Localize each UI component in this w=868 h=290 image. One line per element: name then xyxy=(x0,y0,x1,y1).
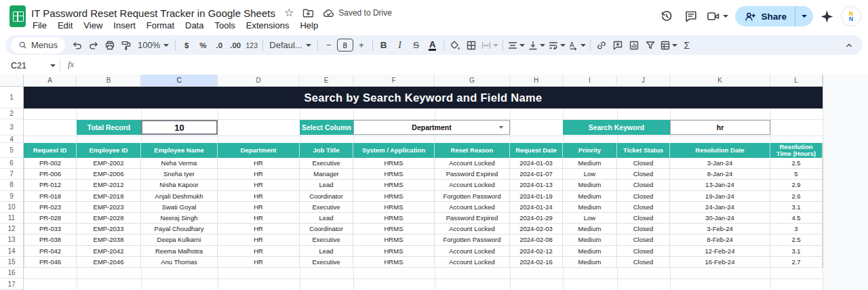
table-cell[interactable]: EMP-2042 xyxy=(77,246,141,257)
table-cell[interactable]: HR xyxy=(218,158,300,169)
column-header-G[interactable]: G xyxy=(435,75,510,87)
table-cell[interactable]: Executive xyxy=(300,257,353,268)
search-keyword-label-cell[interactable]: Search Keyword xyxy=(563,120,670,135)
comment-history-icon[interactable] xyxy=(682,7,700,25)
format-percent-button[interactable]: % xyxy=(195,37,211,54)
fill-color-button[interactable] xyxy=(447,37,463,54)
version-history-icon[interactable] xyxy=(658,7,675,25)
table-header-reset-reason[interactable]: Reset Reason xyxy=(435,143,510,158)
table-cell[interactable]: 3 xyxy=(770,224,823,234)
table-cell[interactable]: Medium xyxy=(563,202,617,213)
table-header-request-id[interactable]: Request ID xyxy=(24,143,77,158)
font-select[interactable]: Defaul... xyxy=(266,40,314,50)
bold-button[interactable]: B xyxy=(376,37,392,54)
table-cell[interactable]: Neha Verma xyxy=(141,158,218,169)
table-cell[interactable]: PR-028 xyxy=(24,213,77,224)
create-filter-button[interactable] xyxy=(642,37,658,54)
select-column-label-cell[interactable]: Select Column xyxy=(300,120,353,135)
table-cell[interactable]: HRMS xyxy=(353,224,435,234)
table-cell[interactable]: HR xyxy=(218,234,300,245)
table-cell[interactable]: PR-042 xyxy=(24,246,77,257)
table-cell[interactable]: 3.1 xyxy=(770,202,823,213)
decrease-decimal-button[interactable]: .0 xyxy=(211,37,227,54)
select-column-caret-icon[interactable] xyxy=(499,126,503,129)
table-cell[interactable]: Password Expired xyxy=(435,213,510,224)
increase-font-size-button[interactable]: + xyxy=(353,37,370,54)
table-cell[interactable]: 2.6 xyxy=(770,191,823,202)
table-cell[interactable]: Account Locked xyxy=(435,257,510,268)
table-cell[interactable]: 12-Feb-24 xyxy=(670,246,770,257)
table-cell[interactable]: Coordinator xyxy=(300,191,353,202)
table-cell[interactable]: HR xyxy=(218,224,300,234)
table-cell[interactable]: Payal Choudhary xyxy=(141,224,218,234)
table-cell[interactable]: 5 xyxy=(770,169,823,180)
star-icon[interactable]: ☆ xyxy=(284,7,294,18)
table-cell[interactable]: EMP-2012 xyxy=(77,180,141,190)
table-cell[interactable]: EMP-2028 xyxy=(77,213,141,224)
name-box[interactable]: C21 xyxy=(7,59,60,72)
table-cell[interactable]: 3-Feb-24 xyxy=(670,224,770,234)
undo-button[interactable] xyxy=(69,37,85,54)
row-header-6[interactable]: 6 xyxy=(0,158,24,169)
table-cell[interactable]: Password Expired xyxy=(435,169,510,180)
table-cell[interactable]: 2.5 xyxy=(770,234,823,245)
table-header-employee-name[interactable]: Employee Name xyxy=(141,143,218,158)
row-header-17[interactable]: 17 xyxy=(0,278,24,290)
total-record-value-cell[interactable]: 10 xyxy=(141,120,218,135)
account-avatar[interactable]: N N xyxy=(841,6,861,26)
saved-status[interactable]: Saved to Drive xyxy=(323,7,392,19)
column-header-B[interactable]: B xyxy=(77,75,141,87)
table-cell[interactable]: Executive xyxy=(300,202,353,213)
table-cell[interactable]: Forgotten Password xyxy=(435,191,510,202)
decrease-font-size-button[interactable]: − xyxy=(321,37,337,54)
table-cell[interactable]: 16-Feb-24 xyxy=(670,257,770,268)
total-record-label-cell[interactable]: Total Record xyxy=(77,120,141,135)
table-cell[interactable]: Closed xyxy=(617,246,670,257)
table-cell[interactable]: 2024-01-03 xyxy=(510,158,563,169)
menu-extensions[interactable]: Extensions xyxy=(241,20,295,31)
share-button[interactable]: Share xyxy=(735,6,813,26)
table-header-job-title[interactable]: Job Title xyxy=(300,143,353,158)
table-cell[interactable]: 4.5 xyxy=(770,213,823,224)
table-cell[interactable]: Account Locked xyxy=(435,224,510,234)
column-header-H[interactable]: H xyxy=(510,75,563,87)
table-cell[interactable]: Closed xyxy=(617,180,670,190)
insert-comment-button[interactable] xyxy=(610,37,626,54)
menu-file[interactable]: File xyxy=(27,20,52,31)
table-cell[interactable]: EMP-2033 xyxy=(77,224,141,234)
table-cell[interactable]: 2024-02-16 xyxy=(510,257,563,268)
table-cell[interactable]: 24-Jan-24 xyxy=(670,202,770,213)
table-cell[interactable]: 2024-02-08 xyxy=(510,234,563,245)
table-cell[interactable]: Swati Goyal xyxy=(141,202,218,213)
table-cell[interactable]: Sneha Iyer xyxy=(141,169,218,180)
merged-banner-cell[interactable]: Search by Search Keyword and Field Name xyxy=(24,87,823,108)
table-cell[interactable]: Anu Thomas xyxy=(141,257,218,268)
table-cell[interactable]: HRMS xyxy=(353,169,435,180)
row-header-11[interactable]: 11 xyxy=(0,213,24,224)
table-cell[interactable]: 2024-01-19 xyxy=(510,191,563,202)
table-cell[interactable]: Account Locked xyxy=(435,180,510,190)
collapse-toolbar-button[interactable] xyxy=(841,37,857,54)
table-cell[interactable]: Coordinator xyxy=(300,224,353,234)
borders-button[interactable] xyxy=(463,37,479,54)
table-cell[interactable]: HR xyxy=(218,246,300,257)
table-cell[interactable]: PR-012 xyxy=(24,180,77,190)
table-cell[interactable]: Medium xyxy=(563,191,617,202)
table-cell[interactable]: 8-Jan-24 xyxy=(670,169,770,180)
table-cell[interactable]: HRMS xyxy=(353,257,435,268)
table-cell[interactable]: Lead xyxy=(300,180,353,190)
table-cell[interactable]: PR-006 xyxy=(24,169,77,180)
table-header-resolution-date[interactable]: Resolution Date xyxy=(670,143,770,158)
gemini-sparkle-icon[interactable] xyxy=(820,9,834,24)
name-box-caret-icon[interactable] xyxy=(50,64,56,67)
table-cell[interactable]: Closed xyxy=(617,224,670,234)
table-header-employee-id[interactable]: Employee ID xyxy=(77,143,141,158)
table-cell[interactable]: 2.7 xyxy=(770,257,823,268)
menu-data[interactable]: Data xyxy=(180,20,209,31)
column-header-J[interactable]: J xyxy=(617,75,670,87)
table-cell[interactable]: PR-038 xyxy=(24,234,77,245)
table-header-ticket-status[interactable]: Ticket Status xyxy=(617,143,670,158)
table-cell[interactable]: HRMS xyxy=(353,213,435,224)
table-header-department[interactable]: Department xyxy=(218,143,300,158)
table-cell[interactable]: PR-033 xyxy=(24,224,77,234)
